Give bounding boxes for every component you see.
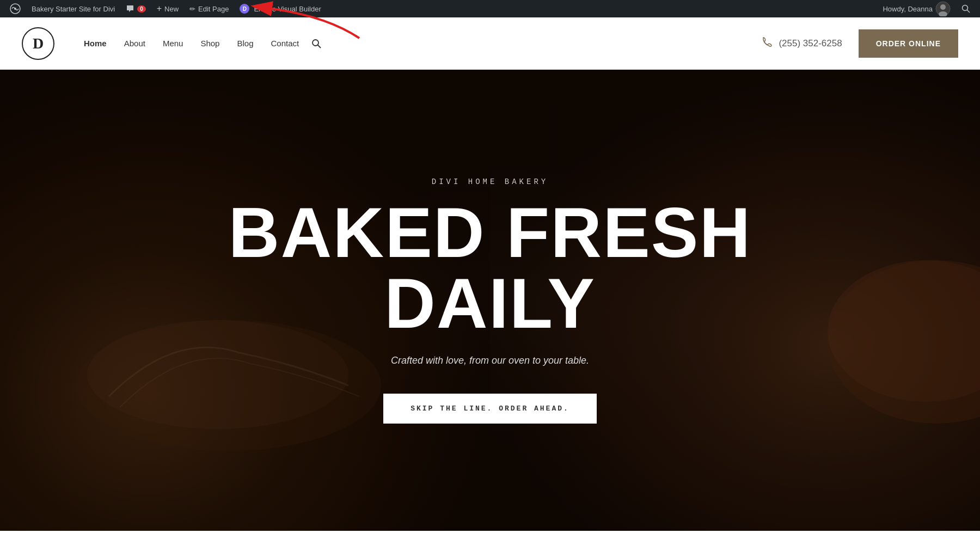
hero-content: DIVI HOME BAKERY BAKED FRESH DAILY Craft… (207, 177, 774, 424)
hero-title-line1: BAKED FRESH (229, 193, 752, 272)
logo-letter: D (33, 35, 44, 52)
nav-menu[interactable]: Menu (155, 34, 191, 52)
site-header: D Home About Menu Shop Blog Contact (0, 17, 980, 70)
wp-logo-icon (10, 3, 21, 14)
divi-icon: D (240, 4, 249, 14)
header-right: (255) 352-6258 ORDER ONLINE (761, 29, 958, 58)
search-admin-button[interactable] (956, 0, 976, 17)
nav-contact[interactable]: Contact (264, 34, 307, 52)
new-label: New (164, 5, 179, 13)
hero-subtitle: DIVI HOME BAKERY (432, 177, 548, 186)
logo-circle: D (22, 27, 54, 60)
nav-shop[interactable]: Shop (193, 34, 227, 52)
avatar-icon (935, 1, 951, 16)
pencil-icon: ✏ (189, 5, 195, 13)
plus-icon: + (157, 4, 162, 14)
site-title-button[interactable]: Bakery Starter Site for Divi (26, 0, 120, 17)
admin-bar-right: Howdy, Deanna (877, 0, 976, 17)
hero-description: Crafted with love, from our oven to your… (391, 355, 589, 366)
hero-title-line2: DAILY (384, 264, 596, 343)
nav-about[interactable]: About (117, 34, 153, 52)
svg-line-6 (967, 10, 970, 13)
phone-icon (761, 36, 773, 51)
svg-point-8 (313, 40, 318, 46)
admin-search-icon (961, 4, 970, 13)
howdy-text: Howdy, Deanna (883, 5, 933, 13)
hero-title: BAKED FRESH DAILY (229, 197, 752, 339)
site-title-text: Bakery Starter Site for Divi (32, 5, 115, 13)
enable-vb-label: Enable Visual Builder (254, 5, 321, 13)
enable-vb-button[interactable]: D Enable Visual Builder (234, 0, 326, 17)
site-logo[interactable]: D (22, 27, 54, 60)
phone-number: (255) 352-6258 (779, 38, 842, 49)
svg-line-9 (318, 45, 321, 48)
order-online-button[interactable]: ORDER ONLINE (859, 29, 958, 58)
nav-blog[interactable]: Blog (229, 34, 261, 52)
comment-count: 0 (137, 5, 146, 13)
site-nav: Home About Menu Shop Blog Contact (76, 34, 761, 52)
new-button[interactable]: + New (151, 0, 184, 17)
svg-point-3 (940, 4, 946, 10)
edit-page-label: Edit Page (198, 5, 229, 13)
phone-area: (255) 352-6258 (761, 36, 842, 51)
howdy-button[interactable]: Howdy, Deanna (877, 0, 956, 17)
wp-logo-button[interactable] (4, 0, 26, 17)
admin-bar: Bakery Starter Site for Divi 0 + New ✏ E… (0, 0, 980, 17)
nav-home[interactable]: Home (76, 34, 114, 52)
svg-point-1 (14, 8, 16, 10)
hero-section: DIVI HOME BAKERY BAKED FRESH DAILY Craft… (0, 70, 980, 531)
edit-page-button[interactable]: ✏ Edit Page (184, 0, 234, 17)
comments-icon (126, 4, 134, 13)
comments-button[interactable]: 0 (120, 0, 151, 17)
hero-cta-button[interactable]: SKIP THE LINE. ORDER AHEAD. (383, 394, 597, 424)
nav-search-icon[interactable] (311, 38, 322, 49)
